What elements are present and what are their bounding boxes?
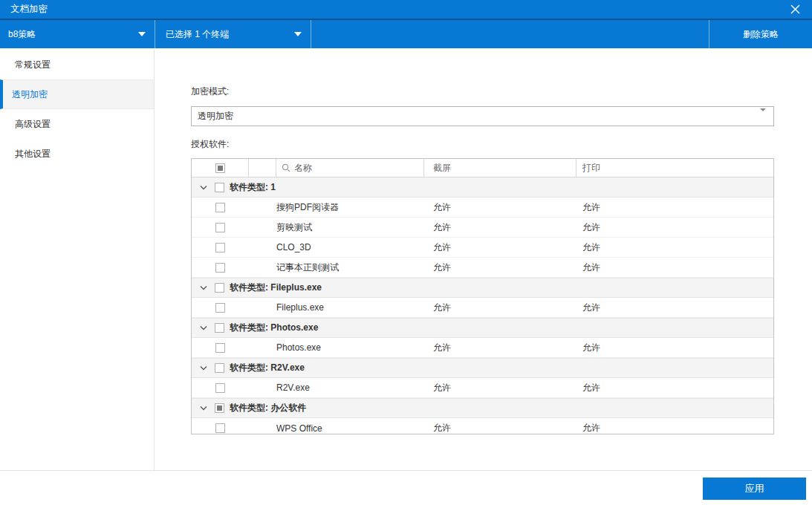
header-cell-expander xyxy=(249,159,276,177)
table-header-row: 名称 截屏 打印 xyxy=(192,159,773,177)
footer-bar: 应用 xyxy=(0,470,812,505)
policy-dropdown[interactable]: b8策略 xyxy=(0,20,155,48)
row-name: Photos.exe xyxy=(276,342,424,353)
table-row[interactable]: 记事本正则测试 允许 允许 xyxy=(192,258,773,278)
row-print: 允许 xyxy=(576,241,773,254)
table-row[interactable]: WPS Office 允许 允许 xyxy=(192,418,773,434)
group-header[interactable]: 软件类型: R2V.exe xyxy=(192,358,773,378)
group-checkbox[interactable] xyxy=(215,283,224,293)
chevron-expand-icon[interactable] xyxy=(200,365,207,371)
group-checkbox[interactable] xyxy=(215,323,224,333)
row-name: WPS Office xyxy=(276,423,424,434)
group-label: 软件类型: Photos.exe xyxy=(230,322,318,334)
row-screenshot: 允许 xyxy=(424,241,576,254)
group-label: 软件类型: 办公软件 xyxy=(230,402,306,414)
row-screenshot: 允许 xyxy=(424,221,576,234)
row-print: 允许 xyxy=(576,302,773,314)
header-cell-name[interactable]: 名称 xyxy=(276,159,424,177)
row-print: 允许 xyxy=(576,261,773,274)
encryption-mode-label: 加密模式: xyxy=(191,85,774,98)
content-panel: 加密模式: 透明加密 授权软件: 名称 xyxy=(155,50,812,470)
group-header[interactable]: 软件类型: 办公软件 xyxy=(192,398,773,418)
group-checkbox[interactable] xyxy=(215,183,224,192)
table-row[interactable]: 搜狗PDF阅读器 允许 允许 xyxy=(192,198,773,218)
terminal-dropdown[interactable]: 已选择 1 个终端 xyxy=(155,20,311,48)
row-print: 允许 xyxy=(576,342,773,354)
sidebar-item-label: 高级设置 xyxy=(15,118,51,131)
row-checkbox[interactable] xyxy=(215,243,225,252)
apply-button[interactable]: 应用 xyxy=(703,478,806,500)
row-name: R2V.exe xyxy=(276,382,424,393)
table-body: 软件类型: 1 搜狗PDF阅读器 允许 允许 剪映测试 允许 允许 xyxy=(192,177,773,434)
combo-arrow-icon xyxy=(760,111,766,122)
select-all-checkbox[interactable] xyxy=(215,163,225,173)
chevron-expand-icon[interactable] xyxy=(200,285,207,290)
table-row[interactable]: Photos.exe 允许 允许 xyxy=(192,338,773,358)
close-icon-glyph xyxy=(790,4,800,14)
chevron-expand-icon[interactable] xyxy=(200,185,207,190)
row-name: CLO_3D xyxy=(276,242,424,252)
chevron-expand-icon[interactable] xyxy=(200,405,207,411)
table-row[interactable]: R2V.exe 允许 允许 xyxy=(192,378,773,398)
group-checkbox[interactable] xyxy=(215,403,224,413)
delete-policy-button[interactable]: 删除策略 xyxy=(709,20,812,48)
table-row[interactable]: CLO_3D 允许 允许 xyxy=(192,238,773,258)
table-row[interactable]: Fileplus.exe 允许 允许 xyxy=(192,298,773,318)
encryption-mode-select[interactable]: 透明加密 xyxy=(191,106,774,126)
sidebar-item-advanced-settings[interactable]: 高级设置 xyxy=(0,109,154,139)
group-label: 软件类型: R2V.exe xyxy=(230,362,305,374)
row-name: 搜狗PDF阅读器 xyxy=(276,201,424,214)
sidebar-item-label: 常规设置 xyxy=(15,59,51,71)
encryption-mode-value: 透明加密 xyxy=(198,110,760,123)
chevron-down-icon xyxy=(294,32,302,36)
chevron-expand-icon[interactable] xyxy=(200,325,207,330)
row-checkbox[interactable] xyxy=(215,423,225,433)
row-name: 剪映测试 xyxy=(276,221,424,234)
close-icon[interactable] xyxy=(784,1,806,19)
chevron-down-icon xyxy=(138,32,146,36)
row-checkbox[interactable] xyxy=(215,343,225,353)
group-label: 软件类型: Fileplus.exe xyxy=(230,281,322,294)
title-bar: 文档加密 xyxy=(0,0,812,20)
sidebar-item-label: 透明加密 xyxy=(12,88,48,101)
policy-dropdown-value: b8策略 xyxy=(8,28,138,41)
main-area: 常规设置 透明加密 高级设置 其他设置 加密模式: 透明加密 授权软件: xyxy=(0,50,812,470)
row-screenshot: 允许 xyxy=(424,382,576,394)
header-name-label: 名称 xyxy=(294,162,312,175)
row-checkbox[interactable] xyxy=(215,383,225,393)
search-icon xyxy=(282,163,290,172)
header-cell-print[interactable]: 打印 xyxy=(576,159,773,177)
row-name: 记事本正则测试 xyxy=(276,261,424,274)
row-print: 允许 xyxy=(576,422,773,434)
sidebar-item-other-settings[interactable]: 其他设置 xyxy=(0,139,154,169)
row-print: 允许 xyxy=(576,382,773,394)
row-checkbox[interactable] xyxy=(215,263,225,273)
sidebar-item-transparent-encryption[interactable]: 透明加密 xyxy=(0,79,154,109)
row-checkbox[interactable] xyxy=(215,303,225,313)
row-print: 允许 xyxy=(576,201,773,214)
group-header[interactable]: 软件类型: Photos.exe xyxy=(192,318,773,338)
row-checkbox[interactable] xyxy=(215,223,225,232)
header-cell-select-all xyxy=(192,159,249,177)
row-screenshot: 允许 xyxy=(424,342,576,354)
sidebar: 常规设置 透明加密 高级设置 其他设置 xyxy=(0,50,155,470)
row-screenshot: 允许 xyxy=(424,422,576,434)
header-cell-screenshot[interactable]: 截屏 xyxy=(424,159,576,177)
terminal-dropdown-value: 已选择 1 个终端 xyxy=(166,28,294,41)
toolbar-spacer xyxy=(311,20,709,48)
group-header[interactable]: 软件类型: Fileplus.exe xyxy=(192,278,773,298)
table-row[interactable]: 剪映测试 允许 允许 xyxy=(192,218,773,238)
header-screenshot-label: 截屏 xyxy=(433,162,451,175)
group-checkbox[interactable] xyxy=(215,363,224,373)
authorized-software-table: 名称 截屏 打印 软件类型: 1 xyxy=(191,158,774,434)
row-checkbox[interactable] xyxy=(215,203,225,212)
row-screenshot: 允许 xyxy=(424,261,576,274)
delete-policy-label: 删除策略 xyxy=(743,28,779,41)
toolbar: b8策略 已选择 1 个终端 删除策略 xyxy=(0,20,812,48)
row-name: Fileplus.exe xyxy=(276,302,424,313)
sidebar-item-label: 其他设置 xyxy=(15,148,51,160)
row-screenshot: 允许 xyxy=(424,302,576,314)
group-header[interactable]: 软件类型: 1 xyxy=(192,177,773,198)
row-print: 允许 xyxy=(576,221,773,234)
sidebar-item-general-settings[interactable]: 常规设置 xyxy=(0,50,154,79)
